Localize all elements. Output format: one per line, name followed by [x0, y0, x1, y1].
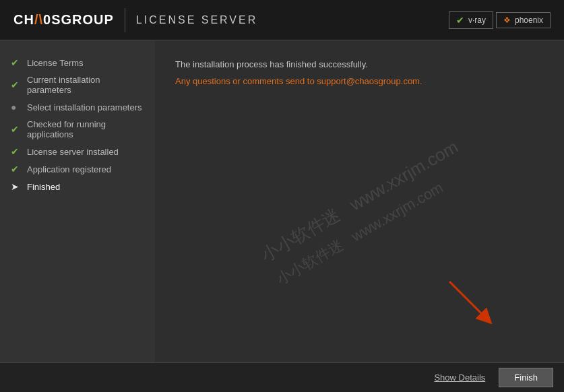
phoenix-badge: ❖ phoenix: [496, 12, 551, 28]
header-left: CH/\0SGROUP LICENSE SERVER: [13, 8, 257, 32]
check-icon: ✔: [11, 164, 22, 174]
phoenix-icon: ❖: [503, 15, 511, 25]
sidebar-item-label: License Terms: [27, 58, 84, 68]
sidebar-item-label: Checked for running applications: [27, 119, 144, 139]
dot-icon: ●: [11, 102, 22, 112]
footer: Show Details Finish: [0, 362, 564, 392]
support-message: Any questions or comments send to suppor…: [175, 76, 544, 86]
chaos-logo: CH/\0SGROUP: [13, 12, 114, 28]
header-divider: [125, 8, 125, 32]
sidebar-item-label: Application registered: [27, 164, 111, 174]
header-right: ✔ v·ray ❖ phoenix: [449, 11, 551, 29]
sidebar-item-label: Select installation parameters: [27, 102, 142, 112]
arrow-icon: ➤: [11, 181, 22, 192]
watermark-line1: 小小软件迷 www.xxrjm.com: [257, 135, 462, 267]
sidebar-item-checked-running: ✔ Checked for running applications: [0, 116, 155, 143]
check-icon: ✔: [11, 79, 22, 90]
sidebar-item-label: License server installed: [27, 147, 119, 157]
finish-arrow-icon: [443, 275, 497, 329]
sidebar-item-license-terms: ✔ License Terms: [0, 54, 155, 71]
app-title: LICENSE SERVER: [136, 14, 257, 26]
sidebar-item-finished: ➤ Finished: [0, 178, 155, 195]
show-details-link[interactable]: Show Details: [434, 372, 485, 383]
main-area: ✔ License Terms ✔ Current installation p…: [0, 40, 564, 362]
content-area: The installation process has finished su…: [155, 40, 564, 362]
finish-button[interactable]: Finish: [499, 368, 553, 387]
check-icon: ✔: [11, 124, 22, 135]
arrow-container: [443, 275, 497, 329]
sidebar-item-select-install: ● Select installation parameters: [0, 98, 155, 116]
svg-line-1: [449, 282, 487, 319]
vray-label: v·ray: [468, 15, 486, 25]
vray-badge: ✔ v·ray: [449, 11, 493, 29]
phoenix-label: phoenix: [515, 15, 543, 25]
sidebar-item-current-install: ✔ Current installation parameters: [0, 71, 155, 98]
sidebar-item-label: Finished: [27, 182, 60, 192]
sidebar-item-label: Current installation parameters: [27, 75, 144, 95]
check-icon: ✔: [11, 57, 22, 68]
watermark-line2: 小小软件迷 www.xxrjm.com: [272, 178, 446, 290]
sidebar-item-license-installed: ✔ License server installed: [0, 143, 155, 160]
sidebar-item-app-registered: ✔ Application registered: [0, 160, 155, 178]
vray-check-icon: ✔: [456, 15, 464, 26]
header: CH/\0SGROUP LICENSE SERVER ✔ v·ray ❖ pho…: [0, 0, 564, 40]
sidebar: ✔ License Terms ✔ Current installation p…: [0, 40, 155, 362]
success-message: The installation process has finished su…: [175, 59, 544, 69]
check-icon: ✔: [11, 146, 22, 157]
